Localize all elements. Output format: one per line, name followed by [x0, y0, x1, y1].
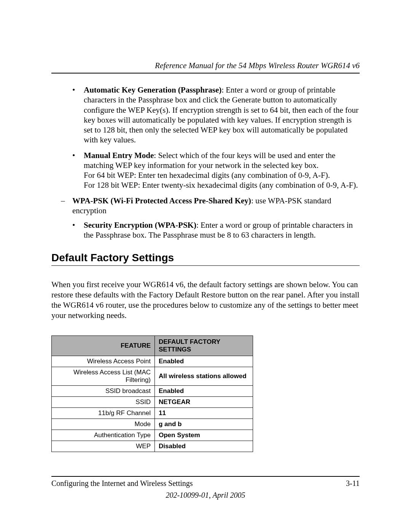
- cell-feature: Authentication Type: [52, 430, 155, 441]
- footer-doc-id: 202-10099-01, April 2005: [51, 491, 360, 500]
- table-row: Wireless Access List (MAC Filtering)All …: [52, 367, 253, 385]
- text-manual-entry-2: For 64 bit WEP: Enter ten hexadecimal di…: [84, 171, 330, 180]
- label-wpa-psk: WPA-PSK (Wi-Fi Protected Access Pre-Shar…: [72, 196, 251, 205]
- cell-feature: SSID broadcast: [52, 385, 155, 396]
- label-auto-key-gen: Automatic Key Generation (Passphrase): [84, 85, 221, 94]
- label-security-encryption: Security Encryption (WPA-PSK): [84, 220, 196, 230]
- section-paragraph: When you first receive your WGR614 v6, t…: [51, 280, 360, 321]
- table-row: Modeg and b: [52, 419, 253, 430]
- cell-value: All wireless stations allowed: [155, 367, 253, 385]
- bullet-list-level2-top: Automatic Key Generation (Passphrase): E…: [72, 85, 360, 190]
- cell-feature: Wireless Access Point: [52, 356, 155, 367]
- page: Reference Manual for the 54 Mbps Wireles…: [0, 0, 411, 532]
- table-row: 11b/g RF Channel11: [52, 407, 253, 419]
- cell-value: g and b: [155, 419, 253, 430]
- cell-feature: 11b/g RF Channel: [52, 407, 155, 419]
- bullet-list-level2-nested: Security Encryption (WPA-PSK): Enter a w…: [72, 220, 360, 240]
- table-row: Wireless Access PointEnabled: [52, 356, 253, 367]
- table-row: SSID broadcastEnabled: [52, 385, 253, 396]
- page-footer: Configuring the Internet and Wireless Se…: [51, 476, 360, 500]
- default-settings-table: FEATURE DEFAULT FACTORY SETTINGS Wireles…: [51, 335, 253, 452]
- footer-page-number: 3-11: [346, 479, 360, 488]
- label-manual-entry: Manual Entry Mode: [84, 151, 154, 160]
- table-row: SSIDNETGEAR: [52, 396, 253, 407]
- cell-feature: WEP: [52, 441, 155, 452]
- running-header: Reference Manual for the 54 Mbps Wireles…: [51, 61, 360, 73]
- bullet-security-encryption: Security Encryption (WPA-PSK): Enter a w…: [72, 220, 360, 240]
- table-header-value: DEFAULT FACTORY SETTINGS: [155, 335, 253, 356]
- bullet-list-level1: WPA-PSK (Wi-Fi Protected Access Pre-Shar…: [51, 196, 360, 240]
- table-row: Authentication TypeOpen System: [52, 430, 253, 441]
- cell-feature: Wireless Access List (MAC Filtering): [52, 367, 155, 385]
- cell-value: NETGEAR: [155, 396, 253, 407]
- table-header-feature: FEATURE: [52, 335, 155, 356]
- section-rule: [51, 265, 360, 266]
- footer-left: Configuring the Internet and Wireless Se…: [51, 479, 193, 488]
- cell-value: Enabled: [155, 356, 253, 367]
- cell-value: 11: [155, 407, 253, 419]
- cell-value: Open System: [155, 430, 253, 441]
- table-header-row: FEATURE DEFAULT FACTORY SETTINGS: [52, 335, 253, 356]
- bullet-wpa-psk: WPA-PSK (Wi-Fi Protected Access Pre-Shar…: [51, 196, 360, 240]
- bullet-manual-entry: Manual Entry Mode: Select which of the f…: [72, 150, 360, 190]
- cell-value: Disabled: [155, 441, 253, 452]
- table-row: WEPDisabled: [52, 441, 253, 452]
- footer-row: Configuring the Internet and Wireless Se…: [51, 479, 360, 488]
- text-manual-entry-3: For 128 bit WEP: Enter twenty-six hexade…: [84, 181, 358, 190]
- cell-value: Enabled: [155, 385, 253, 396]
- footer-rule: [51, 476, 360, 477]
- cell-feature: Mode: [52, 419, 155, 430]
- bullet-auto-key-gen: Automatic Key Generation (Passphrase): E…: [72, 85, 360, 145]
- section-heading: Default Factory Settings: [51, 252, 360, 264]
- cell-feature: SSID: [52, 396, 155, 407]
